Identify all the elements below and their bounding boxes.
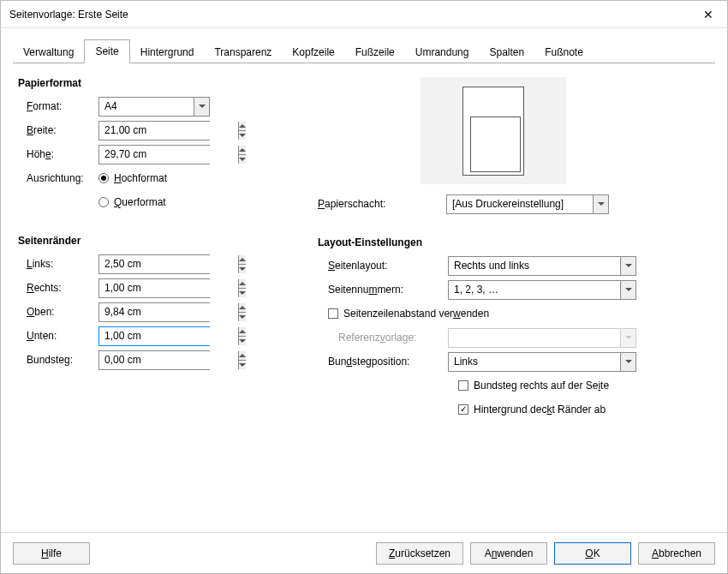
apply-button[interactable]: Anwenden [470,542,547,565]
page-numbers-value: 1, 2, 3, … [449,284,620,296]
tray-value: [Aus Druckereinstellung] [447,198,593,210]
spin-up-icon[interactable] [239,303,246,313]
ref-style-dropdown [448,328,636,348]
margin-right-spinner[interactable] [98,278,210,298]
gutter-pos-dropdown[interactable]: Links [448,352,636,372]
close-icon[interactable]: ✕ [689,1,727,28]
window-title: Seitenvorlage: Erste Seite [9,9,689,21]
tab-verwaltung[interactable]: Verwaltung [13,42,84,63]
spin-down-icon[interactable] [239,361,246,369]
spin-down-icon[interactable] [239,131,246,140]
page-preview [421,77,566,184]
help-button[interactable]: Hilfe [13,542,90,565]
tab-umrandung[interactable]: Umrandung [405,42,480,63]
spin-up-icon[interactable] [239,146,246,155]
margin-right-label: Rechts: [18,282,98,294]
section-paperformat: Papierformat [18,77,301,89]
orientation-label: Ausrichtung: [18,172,98,184]
chevron-down-icon[interactable] [620,353,636,371]
tab-hintergrund[interactable]: Hintergrund [130,42,205,63]
chevron-down-icon[interactable] [593,195,608,213]
gutter-pos-label: Bundstegposition: [318,356,448,368]
titlebar: Seitenvorlage: Erste Seite ✕ [1,1,727,28]
margin-bottom-label: Unten: [18,330,98,342]
tab-fussnote[interactable]: Fußnote [534,42,594,63]
tab-spalten[interactable]: Spalten [479,42,534,63]
format-dropdown[interactable]: A4 [98,97,210,117]
chevron-down-icon[interactable] [620,281,636,299]
gutter-input[interactable] [99,351,238,369]
tab-bar: Verwaltung Seite Hintergrund Transparenz… [13,39,715,63]
margin-left-spinner[interactable] [98,254,210,274]
reset-button[interactable]: Zurücksetzen [376,542,463,565]
width-spinner[interactable] [98,121,210,141]
spin-down-icon[interactable] [239,155,246,164]
spin-down-icon[interactable] [239,289,246,297]
tab-transparenz[interactable]: Transparenz [204,42,282,63]
height-input[interactable] [99,146,238,164]
page-numbers-label: Seitennummern: [318,284,448,296]
width-label: Breite: [18,124,98,136]
page-layout-value: Rechts und links [449,260,620,272]
dialog-footer: Hilfe Zurücksetzen Anwenden OK Abbrechen [1,532,727,573]
spin-up-icon[interactable] [239,122,246,131]
cancel-button[interactable]: Abbrechen [638,542,715,565]
spin-up-icon[interactable] [239,327,246,337]
spin-down-icon[interactable] [239,265,246,273]
chevron-down-icon[interactable] [620,257,636,275]
page-layout-dropdown[interactable]: Rechts und links [448,256,636,276]
margin-bottom-spinner[interactable] [98,326,210,346]
chevron-down-icon[interactable] [194,98,209,116]
margin-right-input[interactable] [99,279,238,297]
height-spinner[interactable] [98,145,210,164]
spin-up-icon[interactable] [239,255,246,265]
width-input[interactable] [99,122,238,140]
margin-left-input[interactable] [99,255,238,273]
margin-bottom-input[interactable] [99,327,238,345]
gutter-right-checkbox[interactable]: Bundsteg rechts auf der Seite [458,380,609,392]
orientation-landscape-radio[interactable]: Querformat [98,196,166,208]
margin-top-input[interactable] [99,303,238,321]
tab-seite[interactable]: Seite [84,39,129,63]
spin-down-icon[interactable] [239,313,246,321]
ref-style-label: Referenzvorlage: [318,332,448,344]
tray-label: Papierschacht: [318,198,446,210]
orientation-portrait-radio[interactable]: Hochformat [98,172,167,184]
page-numbers-dropdown[interactable]: 1, 2, 3, … [448,280,636,300]
section-margins: Seitenränder [18,235,301,247]
margin-top-label: Oben: [18,306,98,318]
bg-covers-checkbox[interactable]: ✓ Hintergrund deckt Ränder ab [458,404,606,416]
margin-left-label: Links: [18,258,98,270]
height-label: Höhe: [18,148,98,160]
gutter-spinner[interactable] [98,350,210,370]
format-value: A4 [99,100,194,112]
gutter-pos-value: Links [449,356,620,368]
tab-kopfzeile[interactable]: Kopfzeile [282,42,344,63]
ok-button[interactable]: OK [554,542,631,565]
spin-up-icon[interactable] [239,279,246,289]
tab-fusszeile[interactable]: Fußzeile [345,42,405,63]
margin-top-spinner[interactable] [98,302,210,322]
spin-down-icon[interactable] [239,337,246,345]
tray-dropdown[interactable]: [Aus Druckereinstellung] [446,194,609,214]
chevron-down-icon [620,329,636,347]
format-label: Format: [18,100,98,112]
gutter-label: Bundsteg: [18,354,98,366]
register-checkbox[interactable]: Seitenzeilenabstand verwenden [328,308,489,320]
page-layout-label: Seitenlayout: [318,260,448,272]
section-layout: Layout-Einstellungen [318,236,695,248]
spin-up-icon[interactable] [239,351,246,361]
